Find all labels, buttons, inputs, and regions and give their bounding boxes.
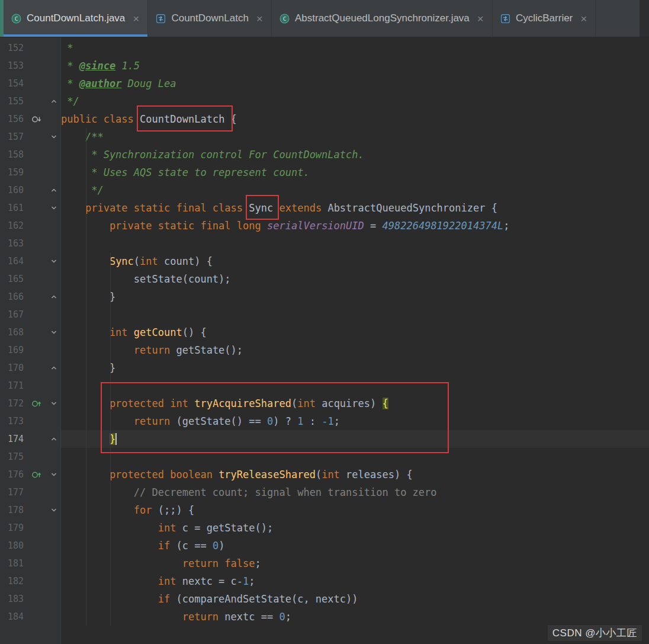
overriding-method-icon[interactable] [27, 466, 46, 483]
code-text[interactable]: return false; [61, 555, 649, 572]
code-text[interactable]: private static final long serialVersionU… [61, 217, 649, 235]
line-number[interactable]: 163 [0, 235, 27, 252]
code-line: 164 Sync(int count) { [0, 252, 649, 270]
line-number[interactable]: 167 [0, 306, 27, 323]
line-number[interactable]: 179 [0, 519, 27, 537]
line-number[interactable]: 183 [0, 590, 27, 608]
line-number[interactable]: 160 [0, 181, 27, 199]
code-editor[interactable]: 152 *153 * @since 1.5154 * @author Doug … [0, 37, 649, 644]
code-text[interactable]: if (c == 0) [61, 537, 649, 555]
code-text[interactable]: * [61, 39, 649, 57]
line-number[interactable]: 166 [0, 288, 27, 306]
line-number[interactable]: 173 [0, 412, 27, 430]
code-text[interactable] [61, 235, 649, 252]
line-number[interactable]: 175 [0, 448, 27, 466]
line-number[interactable]: 164 [0, 252, 27, 270]
fold-spacer [46, 590, 61, 608]
line-number[interactable]: 154 [0, 75, 27, 92]
line-number[interactable]: 158 [0, 146, 27, 164]
fold-collapse-icon[interactable] [46, 252, 61, 270]
tab-countdownlatch-java[interactable]: CCountDownLatch.java× [4, 0, 148, 37]
line-number[interactable]: 181 [0, 555, 27, 572]
fold-expand-icon[interactable] [46, 181, 61, 199]
code-text[interactable]: private static final class Sync extends … [61, 199, 649, 217]
gutter-icon-spacer [27, 377, 46, 395]
code-text[interactable]: // Decrement count; signal when transiti… [61, 483, 649, 501]
code-text[interactable]: protected boolean tryReleaseShared(int r… [61, 466, 649, 483]
line-number[interactable]: 168 [0, 323, 27, 341]
code-text[interactable] [61, 306, 649, 323]
code-text[interactable]: } [61, 288, 649, 306]
code-text[interactable]: int nextc = c-1; [61, 572, 649, 590]
tab-cyclicbarrier[interactable]: CyclicBarrier× [493, 0, 596, 37]
code-text[interactable]: int getCount() { [61, 323, 649, 341]
overridden-marker-icon[interactable] [27, 110, 46, 128]
code-text[interactable]: return nextc == 0; [61, 608, 649, 626]
line-number[interactable]: 162 [0, 217, 27, 235]
fold-collapse-icon[interactable] [46, 199, 61, 217]
code-text[interactable]: * @since 1.5 [61, 57, 649, 75]
line-number[interactable]: 180 [0, 537, 27, 555]
fold-collapse-icon[interactable] [46, 501, 61, 519]
code-text[interactable]: if (compareAndSetState(c, nextc)) [61, 590, 649, 608]
code-line: 165 setState(count); [0, 270, 649, 288]
fold-spacer [46, 572, 61, 590]
fold-expand-icon[interactable] [46, 288, 61, 306]
gutter: 172 [0, 395, 61, 412]
fold-expand-icon[interactable] [46, 430, 61, 448]
code-line: 163 [0, 235, 649, 252]
tab-close-icon[interactable]: × [580, 13, 587, 24]
code-text[interactable]: Sync(int count) { [61, 252, 649, 270]
gutter-icon-spacer [27, 323, 46, 341]
fold-collapse-icon[interactable] [46, 323, 61, 341]
line-number[interactable]: 177 [0, 483, 27, 501]
code-text[interactable]: */ [61, 181, 649, 199]
line-number[interactable]: 170 [0, 359, 27, 377]
code-text[interactable]: setState(count); [61, 270, 649, 288]
line-number[interactable]: 169 [0, 341, 27, 359]
line-number[interactable]: 152 [0, 39, 27, 57]
code-text[interactable]: * Uses AQS state to represent count. [61, 164, 649, 181]
line-number[interactable]: 156 [0, 110, 27, 128]
gutter: 157 [0, 128, 61, 146]
gutter-icon-spacer [27, 57, 46, 75]
code-text[interactable]: return getState(); [61, 341, 649, 359]
line-number[interactable]: 157 [0, 128, 27, 146]
line-number[interactable]: 174 [0, 430, 27, 448]
fold-expand-icon[interactable] [46, 359, 61, 377]
line-number[interactable]: 161 [0, 199, 27, 217]
tab-close-icon[interactable]: × [256, 13, 263, 24]
annotation-box-countdownlatch [137, 105, 233, 132]
fold-collapse-icon[interactable] [46, 466, 61, 483]
code-text[interactable]: int c = getState(); [61, 519, 649, 537]
line-number[interactable]: 176 [0, 466, 27, 483]
overriding-method-icon[interactable] [27, 395, 46, 412]
tab-abstractqueuedlongsynchronizer-java[interactable]: CAbstractQueuedLongSynchronizer.java× [272, 0, 493, 37]
gutter: 170 [0, 359, 61, 377]
line-number[interactable]: 178 [0, 501, 27, 519]
line-number[interactable]: 172 [0, 395, 27, 412]
tab-close-icon[interactable]: × [133, 13, 139, 24]
fold-expand-icon[interactable] [46, 92, 61, 110]
gutter: 173 [0, 412, 61, 430]
gutter: 164 [0, 252, 61, 270]
fold-collapse-icon[interactable] [46, 395, 61, 412]
gutter: 161 [0, 199, 61, 217]
gutter-icon-spacer [27, 590, 46, 608]
line-number[interactable]: 182 [0, 572, 27, 590]
tab-overflow-area[interactable] [640, 0, 649, 37]
line-number[interactable]: 153 [0, 57, 27, 75]
code-text[interactable]: for (;;) { [61, 501, 649, 519]
line-number[interactable]: 155 [0, 92, 27, 110]
line-number[interactable]: 165 [0, 270, 27, 288]
tab-title: AbstractQueuedLongSynchronizer.java [295, 12, 470, 24]
tab-countdownlatch[interactable]: CountDownLatch× [148, 0, 272, 37]
line-number[interactable]: 159 [0, 164, 27, 181]
code-text[interactable]: * Synchronization control For CountDownL… [61, 146, 649, 164]
code-text[interactable]: * @author Doug Lea [61, 75, 649, 92]
line-number[interactable]: 184 [0, 608, 27, 626]
tab-close-icon[interactable]: × [477, 13, 484, 24]
code-text[interactable]: } [61, 359, 649, 377]
fold-collapse-icon[interactable] [46, 128, 61, 146]
line-number[interactable]: 171 [0, 377, 27, 395]
